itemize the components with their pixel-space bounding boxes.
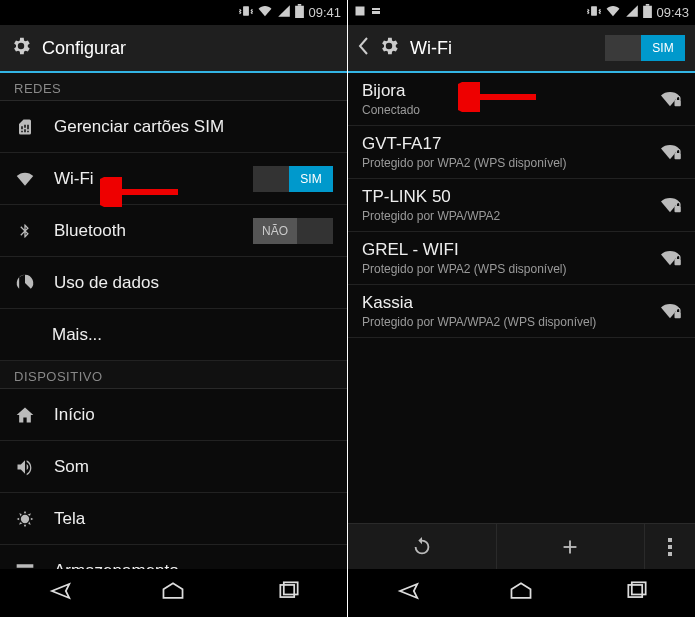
- nav-up-icon[interactable]: [358, 37, 368, 59]
- home-icon: [14, 405, 36, 425]
- toggle-on-label: SIM: [289, 166, 333, 192]
- settings-list: REDES Gerenciar cartões SIM Wi-Fi SIM Bl…: [0, 73, 347, 569]
- row-label: Mais...: [52, 325, 333, 345]
- svg-rect-17: [668, 552, 672, 556]
- network-ssid: Kassia: [362, 293, 641, 313]
- row-sound[interactable]: Som: [0, 441, 347, 493]
- wifi-toggle[interactable]: SIM: [253, 166, 333, 192]
- row-label: Som: [54, 457, 333, 477]
- row-label: Início: [54, 405, 333, 425]
- settings-gear-icon: [10, 35, 32, 61]
- nav-home[interactable]: [488, 574, 554, 612]
- nav-back[interactable]: [25, 574, 91, 612]
- navbar: [0, 569, 347, 617]
- row-label: Gerenciar cartões SIM: [54, 117, 333, 137]
- svg-rect-7: [592, 6, 598, 15]
- nav-back[interactable]: [373, 574, 439, 612]
- section-redes: REDES: [0, 73, 347, 101]
- add-network-button[interactable]: [497, 524, 646, 569]
- signal-secure-icon: [659, 143, 681, 161]
- refresh-button[interactable]: [348, 524, 497, 569]
- notif-icon: [370, 5, 382, 20]
- svg-rect-13: [675, 259, 681, 265]
- vibrate-icon: [587, 4, 601, 21]
- settings-gear-icon: [378, 35, 400, 61]
- row-home[interactable]: Início: [0, 389, 347, 441]
- wifi-status-icon: [257, 4, 273, 21]
- display-icon: [14, 509, 36, 529]
- data-usage-icon: [14, 273, 36, 293]
- svg-rect-12: [675, 206, 681, 212]
- vibrate-icon: [239, 4, 253, 21]
- bluetooth-icon: [14, 221, 36, 241]
- toggle-on-label: SIM: [641, 35, 685, 61]
- wifi-master-toggle[interactable]: SIM: [605, 35, 685, 61]
- wifi-icon: [14, 170, 36, 188]
- actionbar: Configurar: [0, 25, 347, 73]
- wifi-status-icon: [605, 4, 621, 21]
- nav-recents[interactable]: [604, 574, 670, 612]
- battery-icon: [295, 4, 304, 21]
- wifi-bottom-actions: [348, 523, 695, 569]
- svg-rect-9: [646, 4, 650, 6]
- network-ssid: GREL - WIFI: [362, 240, 641, 260]
- network-ssid: Bijora: [362, 81, 641, 101]
- row-wifi[interactable]: Wi-Fi SIM: [0, 153, 347, 205]
- clock-text: 09:41: [308, 5, 341, 20]
- svg-rect-0: [244, 6, 250, 15]
- svg-rect-8: [644, 6, 653, 18]
- svg-rect-15: [668, 538, 672, 542]
- network-row[interactable]: TP-LINK 50 Protegido por WPA/WPA2: [348, 179, 695, 232]
- network-ssid: TP-LINK 50: [362, 187, 641, 207]
- network-status: Protegido por WPA2 (WPS disponível): [362, 262, 641, 276]
- row-label: Armazenamento: [54, 561, 333, 570]
- actionbar: Wi-Fi SIM: [348, 25, 695, 73]
- signal-secure-icon: [659, 196, 681, 214]
- signal-secure-icon: [659, 249, 681, 267]
- row-more[interactable]: Mais...: [0, 309, 347, 361]
- notif-icon: [354, 5, 366, 20]
- signal-secure-icon: [659, 90, 681, 108]
- statusbar: 09:43: [348, 0, 695, 25]
- cell-signal-icon: [277, 4, 291, 21]
- row-sim-cards[interactable]: Gerenciar cartões SIM: [0, 101, 347, 153]
- row-storage[interactable]: Armazenamento: [0, 545, 347, 569]
- network-row[interactable]: Kassia Protegido por WPA/WPA2 (WPS dispo…: [348, 285, 695, 338]
- network-status: Conectado: [362, 103, 641, 117]
- network-row[interactable]: GREL - WIFI Protegido por WPA2 (WPS disp…: [348, 232, 695, 285]
- row-bluetooth[interactable]: Bluetooth NÃO: [0, 205, 347, 257]
- section-dispositivo: DISPOSITIVO: [0, 361, 347, 389]
- bluetooth-toggle[interactable]: NÃO: [253, 218, 333, 244]
- row-label: Uso de dados: [54, 273, 333, 293]
- clock-text: 09:43: [656, 5, 689, 20]
- svg-rect-1: [296, 6, 305, 18]
- row-data-usage[interactable]: Uso de dados: [0, 257, 347, 309]
- sound-icon: [14, 457, 36, 477]
- nav-recents[interactable]: [256, 574, 322, 612]
- page-title: Configurar: [42, 38, 337, 59]
- row-label: Wi-Fi: [54, 169, 235, 189]
- row-display[interactable]: Tela: [0, 493, 347, 545]
- svg-rect-14: [675, 312, 681, 318]
- overflow-menu-button[interactable]: [645, 524, 695, 569]
- phone-wifi: 09:43 Wi-Fi SIM Bijora Conectado GVT-FA1…: [348, 0, 695, 617]
- nav-home[interactable]: [140, 574, 206, 612]
- sim-icon: [14, 116, 36, 138]
- svg-rect-16: [668, 545, 672, 549]
- page-title: Wi-Fi: [410, 38, 595, 59]
- statusbar: 09:41: [0, 0, 347, 25]
- network-row[interactable]: Bijora Conectado: [348, 73, 695, 126]
- phone-settings: 09:41 Configurar REDES Gerenciar cartões…: [0, 0, 347, 617]
- signal-secure-icon: [659, 302, 681, 320]
- storage-icon: [14, 561, 36, 570]
- network-status: Protegido por WPA/WPA2: [362, 209, 641, 223]
- row-label: Tela: [54, 509, 333, 529]
- svg-rect-10: [675, 100, 681, 106]
- network-row[interactable]: GVT-FA17 Protegido por WPA2 (WPS disponí…: [348, 126, 695, 179]
- battery-icon: [643, 4, 652, 21]
- network-ssid: GVT-FA17: [362, 134, 641, 154]
- network-status: Protegido por WPA2 (WPS disponível): [362, 156, 641, 170]
- toggle-off-label: NÃO: [253, 218, 297, 244]
- row-label: Bluetooth: [54, 221, 235, 241]
- navbar: [348, 569, 695, 617]
